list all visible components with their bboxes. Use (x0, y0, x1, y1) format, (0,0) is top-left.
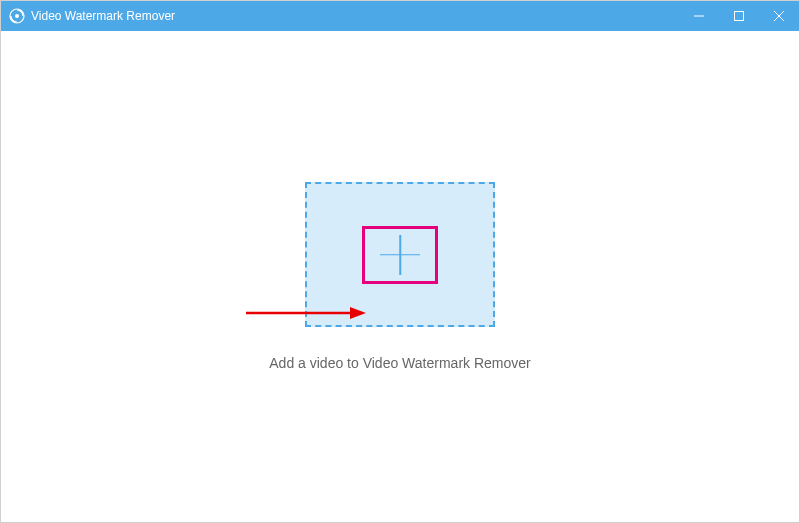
maximize-icon (734, 11, 744, 21)
close-button[interactable] (759, 1, 799, 31)
titlebar-left: Video Watermark Remover (9, 8, 175, 24)
window-controls (679, 1, 799, 31)
app-logo-icon (9, 8, 25, 24)
svg-point-1 (15, 14, 19, 18)
instruction-text: Add a video to Video Watermark Remover (269, 355, 530, 371)
plus-icon (380, 235, 420, 275)
minimize-icon (694, 11, 704, 21)
app-title: Video Watermark Remover (31, 9, 175, 23)
maximize-button[interactable] (719, 1, 759, 31)
app-window: Video Watermark Remover (0, 0, 800, 523)
main-content: Add a video to Video Watermark Remover (1, 31, 799, 522)
minimize-button[interactable] (679, 1, 719, 31)
close-icon (774, 11, 784, 21)
add-video-dropzone[interactable] (305, 182, 495, 327)
titlebar: Video Watermark Remover (1, 1, 799, 31)
svg-rect-3 (735, 12, 744, 21)
plus-highlight-annotation (362, 226, 438, 284)
